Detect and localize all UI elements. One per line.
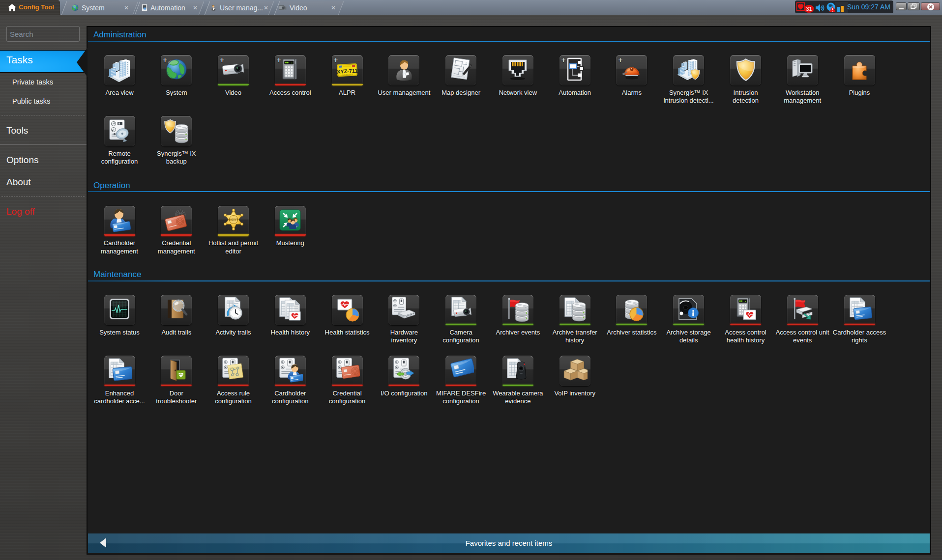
svg-text:31: 31: [806, 6, 812, 12]
